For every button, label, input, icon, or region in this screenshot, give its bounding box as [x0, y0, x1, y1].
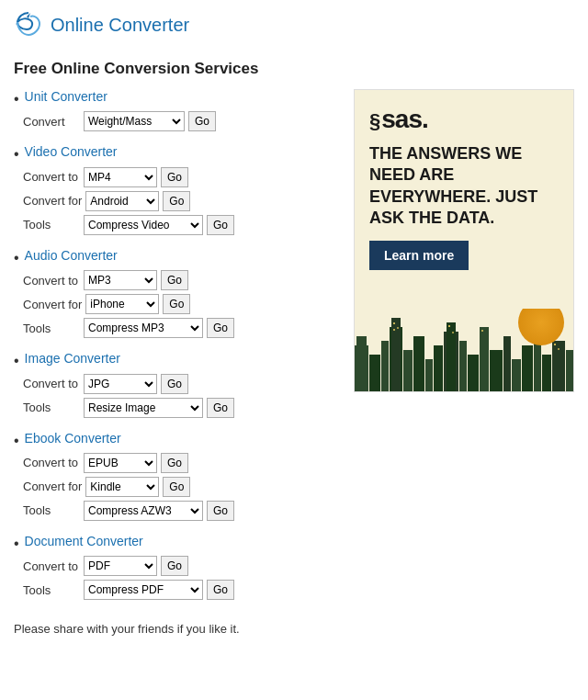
bullet-point: • — [14, 89, 19, 109]
converter-rows-ebook: Convert toEPUBMOBIPDFAZW3GoConvert forKi… — [23, 453, 339, 521]
go-button-image-0[interactable]: Go — [161, 374, 188, 394]
converter-rows-document: Convert toPDFDOCDOCXTXTODTGoToolsCompres… — [23, 556, 339, 600]
row-label-video-2: Tools — [23, 218, 80, 231]
svg-rect-9 — [434, 345, 443, 391]
row-select-video-1[interactable]: AndroidiPhoneiPadSamsung — [85, 191, 159, 211]
go-button-image-1[interactable]: Go — [207, 398, 234, 418]
svg-rect-17 — [512, 359, 521, 391]
svg-rect-7 — [413, 336, 424, 391]
converter-bullet-audio: •Audio Converter — [14, 248, 339, 268]
converter-section-audio: •Audio ConverterConvert toMP3WAVAACFLACO… — [14, 248, 339, 338]
row-label-video-0: Convert to — [23, 170, 80, 184]
row-label-image-0: Convert to — [23, 377, 80, 390]
converter-row-video-1: Convert forAndroidiPhoneiPadSamsungGo — [23, 191, 339, 211]
row-select-audio-1[interactable]: iPhoneAndroidiPad — [85, 294, 159, 314]
bullet-point: • — [14, 431, 19, 451]
svg-rect-8 — [425, 359, 433, 391]
go-button-video-0[interactable]: Go — [161, 167, 188, 187]
svg-rect-3 — [381, 341, 389, 391]
row-select-document-0[interactable]: PDFDOCDOCXTXTODT — [84, 556, 157, 576]
go-button-ebook-0[interactable]: Go — [161, 453, 188, 473]
row-label-ebook-1: Convert for — [23, 480, 82, 493]
converter-row-video-0: Convert toMP4AVIMOVMKVWMVGo — [23, 167, 339, 187]
go-button-ebook-2[interactable]: Go — [207, 501, 234, 521]
bullet-point: • — [14, 248, 19, 268]
converter-row-audio-0: Convert toMP3WAVAACFLACOGGGo — [23, 270, 339, 290]
go-button-ebook-1[interactable]: Go — [163, 477, 190, 497]
main-layout: •Unit ConverterConvertWeight/MassLengthT… — [14, 89, 574, 613]
go-button-document-0[interactable]: Go — [161, 556, 188, 576]
row-label-audio-0: Convert to — [23, 274, 80, 288]
converter-row-document-1: ToolsCompress PDFMerge PDFSplit PDFGo — [23, 580, 339, 600]
converter-row-image-0: Convert toJPGPNGGIFBMPSVGGo — [23, 374, 339, 394]
converter-row-audio-2: ToolsCompress MP3Trim AudioMerge AudioGo — [23, 318, 339, 338]
row-label-audio-2: Tools — [23, 322, 80, 335]
row-select-audio-0[interactable]: MP3WAVAACFLACOGG — [84, 270, 157, 290]
converter-rows-unit: ConvertWeight/MassLengthTemperatureSpeed… — [23, 111, 339, 131]
svg-rect-11 — [447, 322, 456, 391]
svg-rect-27 — [452, 332, 454, 333]
svg-rect-6 — [403, 350, 413, 391]
svg-rect-15 — [490, 350, 503, 391]
bullet-point: • — [14, 534, 19, 554]
converter-title-image[interactable]: Image Converter — [25, 351, 120, 366]
go-button-audio-1[interactable]: Go — [163, 294, 190, 314]
converter-row-ebook-1: Convert forKindleKoboNookGo — [23, 477, 339, 497]
converter-section-image: •Image ConverterConvert toJPGPNGGIFBMPSV… — [14, 351, 339, 417]
row-select-ebook-0[interactable]: EPUBMOBIPDFAZW3 — [84, 453, 157, 473]
row-select-video-0[interactable]: MP4AVIMOVMKVWMV — [84, 167, 157, 187]
converter-bullet-document: •Document Converter — [14, 534, 339, 554]
row-label-ebook-2: Tools — [23, 503, 80, 517]
svg-rect-29 — [554, 344, 556, 345]
converter-bullet-video: •Video Converter — [14, 144, 339, 164]
row-label-unit-0: Convert — [23, 115, 80, 129]
converter-title-video[interactable]: Video Converter — [25, 144, 118, 159]
converter-section-video: •Video ConverterConvert toMP4AVIMOVMKVWM… — [14, 144, 339, 234]
row-select-ebook-2[interactable]: Compress AZW3Compress EPUBCompress MOBI — [84, 501, 203, 521]
converter-row-ebook-2: ToolsCompress AZW3Compress EPUBCompress … — [23, 501, 339, 521]
row-label-document-0: Convert to — [23, 559, 80, 573]
row-select-video-2[interactable]: Compress VideoTrim VideoMerge Video — [84, 215, 203, 235]
go-button-audio-0[interactable]: Go — [161, 270, 188, 290]
converter-section-document: •Document ConverterConvert toPDFDOCDOCXT… — [14, 534, 339, 600]
header: Online Converter — [14, 9, 574, 47]
row-select-image-0[interactable]: JPGPNGGIFBMPSVG — [84, 374, 157, 394]
converter-row-unit-0: ConvertWeight/MassLengthTemperatureSpeed… — [23, 111, 339, 131]
row-label-image-1: Tools — [23, 401, 80, 414]
row-select-ebook-1[interactable]: KindleKoboNook — [85, 477, 159, 497]
svg-rect-23 — [393, 322, 395, 324]
svg-rect-30 — [558, 348, 560, 350]
go-button-document-1[interactable]: Go — [207, 580, 234, 600]
logo-icon — [14, 9, 43, 41]
row-select-document-1[interactable]: Compress PDFMerge PDFSplit PDF — [84, 580, 203, 600]
advertisement: §sas. THE ANSWERS WE NEED ARE EVERYWHERE… — [354, 89, 574, 392]
converter-row-document-0: Convert toPDFDOCDOCXTXTODTGo — [23, 556, 339, 576]
converter-title-unit[interactable]: Unit Converter — [25, 89, 107, 104]
svg-rect-18 — [522, 345, 533, 391]
row-select-image-1[interactable]: Resize ImageCompress ImageCrop Image — [84, 398, 203, 418]
row-label-audio-1: Convert for — [23, 298, 82, 311]
row-select-unit-0[interactable]: Weight/MassLengthTemperatureSpeedVolume — [84, 111, 185, 131]
ad-logo: §sas. — [369, 105, 559, 134]
bullet-point: • — [14, 351, 19, 371]
row-select-audio-2[interactable]: Compress MP3Trim AudioMerge Audio — [84, 318, 203, 338]
go-button-unit-0[interactable]: Go — [188, 111, 216, 131]
ad-cta-button[interactable]: Learn more — [369, 241, 469, 270]
go-button-video-2[interactable]: Go — [207, 215, 234, 235]
footer-note: Please share with your friends if you li… — [14, 622, 574, 636]
svg-rect-25 — [393, 329, 395, 331]
converter-bullet-image: •Image Converter — [14, 351, 339, 371]
converter-rows-audio: Convert toMP3WAVAACFLACOGGGoConvert fori… — [23, 270, 339, 338]
svg-rect-24 — [397, 327, 399, 329]
svg-rect-28 — [481, 330, 483, 332]
go-button-audio-2[interactable]: Go — [207, 318, 234, 338]
go-button-video-1[interactable]: Go — [163, 191, 190, 211]
converter-title-audio[interactable]: Audio Converter — [25, 248, 118, 263]
row-label-video-1: Convert for — [23, 194, 82, 208]
svg-rect-1 — [356, 336, 367, 391]
svg-rect-16 — [503, 336, 511, 391]
converter-title-ebook[interactable]: Ebook Converter — [25, 431, 121, 446]
converter-title-document[interactable]: Document Converter — [25, 534, 143, 548]
svg-rect-14 — [480, 327, 489, 391]
converter-section-ebook: •Ebook ConverterConvert toEPUBMOBIPDFAZW… — [14, 431, 339, 521]
